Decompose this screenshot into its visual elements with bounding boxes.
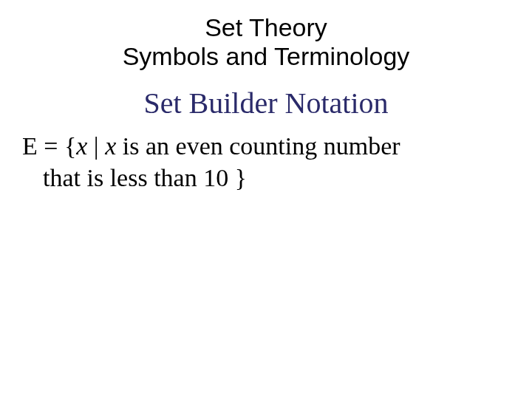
definition-var-1: x — [76, 132, 87, 160]
slide-title: Set Theory Symbols and Terminology — [0, 0, 532, 71]
title-line-2: Symbols and Terminology — [0, 42, 532, 71]
slide-subtitle: Set Builder Notation — [0, 86, 532, 120]
definition-text: E = {x | x is an even counting number th… — [22, 131, 510, 194]
definition-line-2: that is less than 10 } — [22, 163, 510, 194]
definition-bar: | — [87, 132, 105, 160]
definition-mid: is an even counting number — [116, 132, 400, 160]
title-line-1: Set Theory — [0, 13, 532, 42]
definition-var-2: x — [105, 132, 116, 160]
definition-prefix: E = { — [22, 132, 76, 160]
